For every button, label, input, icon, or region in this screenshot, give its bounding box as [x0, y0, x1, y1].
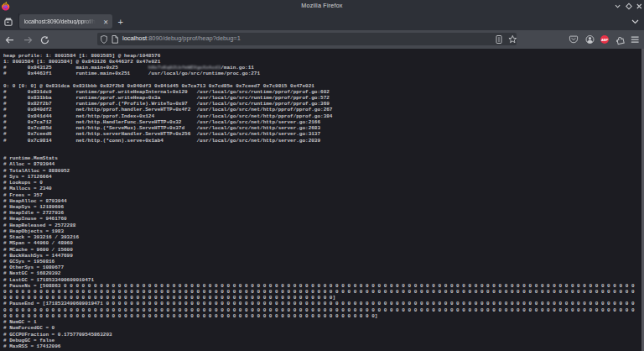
svg-text:ABP: ABP [601, 37, 608, 41]
